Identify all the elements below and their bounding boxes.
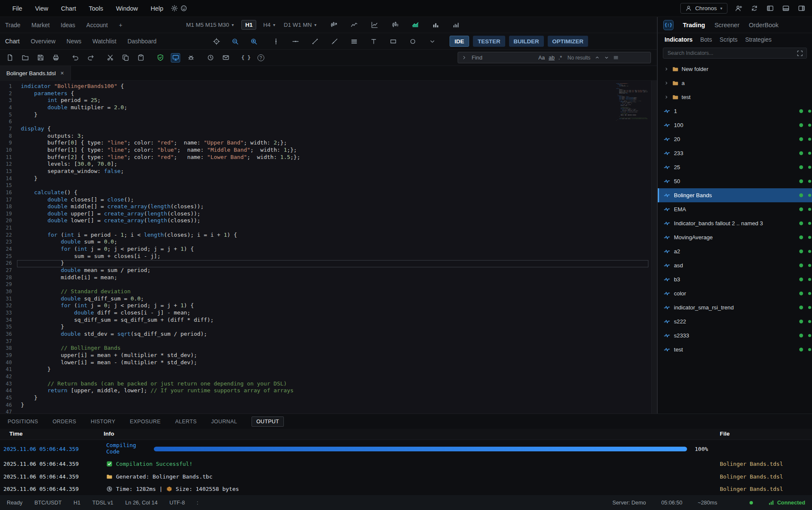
indicator-ema[interactable]: EMA: [658, 202, 812, 216]
bottom-tab-positions[interactable]: POSITIONS: [8, 419, 38, 425]
indicator-movingaverage[interactable]: MovingAverage: [658, 230, 812, 244]
redo-button[interactable]: [86, 53, 95, 62]
sidebar-subtab-bots[interactable]: Bots: [700, 37, 712, 43]
indicator-a2[interactable]: a2: [658, 244, 812, 258]
account-menu[interactable]: Chronos ▾: [680, 3, 727, 14]
indicator-indicator-bands-fallout-2-named-3[interactable]: Indicator_bands fallout 2 .. named 3: [658, 216, 812, 230]
candles-button[interactable]: [390, 20, 400, 30]
expand-replace-icon[interactable]: [461, 55, 467, 60]
bottom-tab-output[interactable]: OUTPUT: [252, 416, 284, 427]
cut-button[interactable]: [105, 53, 115, 62]
menu-help[interactable]: Help: [144, 5, 170, 12]
sync-button[interactable]: [750, 4, 759, 13]
menu-view[interactable]: View: [28, 5, 54, 12]
schedule-button[interactable]: [206, 53, 215, 62]
indicator-color[interactable]: color: [658, 286, 812, 300]
find-prev-button[interactable]: [594, 55, 600, 60]
menu-chart[interactable]: Chart: [55, 5, 82, 12]
indicator-20[interactable]: 20: [658, 132, 812, 146]
tab-dashboard[interactable]: Dashboard: [127, 38, 157, 45]
indicator-test[interactable]: test: [658, 343, 812, 357]
indicator-b3[interactable]: b3: [658, 272, 812, 286]
match-case-toggle[interactable]: Aa: [538, 55, 545, 61]
mode-optimizer[interactable]: OPTIMIZER: [548, 36, 588, 47]
timeframe-group-minutes[interactable]: M1 M5 M15 M30 ▾: [186, 22, 234, 28]
mode-ide[interactable]: IDE: [450, 36, 470, 47]
tab-news[interactable]: News: [67, 38, 82, 45]
indicator-233[interactable]: 233: [658, 146, 812, 160]
mail-button[interactable]: [221, 53, 230, 62]
indicator-50[interactable]: 50: [658, 174, 812, 188]
open-folder-button[interactable]: [20, 53, 30, 62]
feedback-button[interactable]: [179, 4, 188, 13]
paste-button[interactable]: [136, 53, 145, 62]
add-user-button[interactable]: [734, 4, 743, 13]
scan-corners-icon[interactable]: [797, 50, 803, 57]
menu-tools[interactable]: Tools: [82, 5, 110, 12]
editor-scrollbar[interactable]: [651, 81, 657, 414]
indicator-25[interactable]: 25: [658, 160, 812, 174]
folder-new-folder[interactable]: New folder: [658, 62, 812, 76]
sidebar-tab-orderbook[interactable]: OrderBook: [749, 22, 778, 28]
sidebar-subtab-scripts[interactable]: Scripts: [720, 37, 738, 43]
candles-arrow-button[interactable]: [329, 20, 339, 30]
tab-close-button[interactable]: ×: [60, 70, 64, 76]
panel-bottom-button[interactable]: [781, 4, 790, 13]
sidebar-subtab-indicators[interactable]: Indicators: [665, 37, 693, 43]
indicator-1[interactable]: 1: [658, 104, 812, 118]
timeframe-h1[interactable]: H1: [241, 20, 256, 30]
area-chart-button[interactable]: [411, 20, 420, 30]
menu-file[interactable]: File: [6, 5, 28, 12]
nav-ideas[interactable]: Ideas: [61, 22, 75, 28]
folder-test[interactable]: test: [658, 90, 812, 104]
histogram-button[interactable]: [452, 20, 461, 30]
compile-button[interactable]: [156, 53, 165, 62]
debug-button[interactable]: [186, 53, 195, 62]
bar-chart-button[interactable]: [431, 20, 441, 30]
vertical-line-button[interactable]: [271, 37, 280, 46]
bottom-tab-orders[interactable]: ORDERS: [53, 419, 76, 425]
regex-toggle[interactable]: .*: [558, 55, 562, 61]
nav-account[interactable]: Account: [86, 22, 108, 28]
menu-window[interactable]: Window: [110, 5, 144, 12]
ellipse-button[interactable]: [408, 37, 417, 46]
tab-watchlist[interactable]: Watchlist: [93, 38, 116, 45]
minimap[interactable]: indicator "BollingerBands100" { paramete…: [616, 83, 648, 124]
bottom-tab-journal[interactable]: JOURNAL: [211, 419, 237, 425]
text-button[interactable]: [369, 37, 378, 46]
rectangle-button[interactable]: [388, 37, 398, 46]
indicator-bolinger-bands[interactable]: Bolinger Bands: [658, 188, 812, 202]
panel-right-button[interactable]: [797, 4, 806, 13]
settings-button[interactable]: [170, 4, 179, 13]
folder-a[interactable]: a: [658, 76, 812, 90]
nav-market[interactable]: Market: [31, 22, 50, 28]
tab-overview[interactable]: Overview: [31, 38, 55, 45]
mode-builder[interactable]: BUILDER: [509, 36, 544, 47]
new-file-button[interactable]: [5, 53, 14, 62]
bottom-tab-history[interactable]: HISTORY: [91, 419, 116, 425]
whole-word-toggle[interactable]: ab: [549, 55, 555, 61]
save-button[interactable]: [36, 53, 45, 62]
chevron-down-button[interactable]: [427, 37, 437, 46]
mode-tester[interactable]: TESTER: [473, 36, 505, 47]
ray-button[interactable]: [330, 37, 339, 46]
find-input[interactable]: [471, 54, 535, 61]
print-button[interactable]: [51, 53, 60, 62]
find-menu-button[interactable]: [613, 55, 619, 60]
sidebar-tab-screener[interactable]: Screener: [714, 22, 739, 28]
crosshair-button[interactable]: [212, 37, 221, 46]
nav-trade[interactable]: Trade: [5, 22, 20, 28]
trend-line-button[interactable]: [310, 37, 320, 46]
indicator-s2333[interactable]: s2333: [658, 329, 812, 343]
braces-button[interactable]: { }: [240, 53, 252, 62]
editor-tab[interactable]: Bolinger Bands.tdsl ×: [0, 66, 71, 80]
parallel-lines-button[interactable]: [349, 37, 359, 46]
copy-button[interactable]: [121, 53, 130, 62]
indicator-100[interactable]: 100: [658, 118, 812, 132]
indicator-asd[interactable]: asd: [658, 258, 812, 272]
nav-item[interactable]: +: [119, 22, 122, 28]
bottom-tab-alerts[interactable]: ALERTS: [175, 419, 197, 425]
help-button[interactable]: ?: [257, 54, 264, 61]
timeframe-h4[interactable]: H4 ▾: [263, 22, 275, 28]
horizontal-line-button[interactable]: [291, 37, 300, 46]
